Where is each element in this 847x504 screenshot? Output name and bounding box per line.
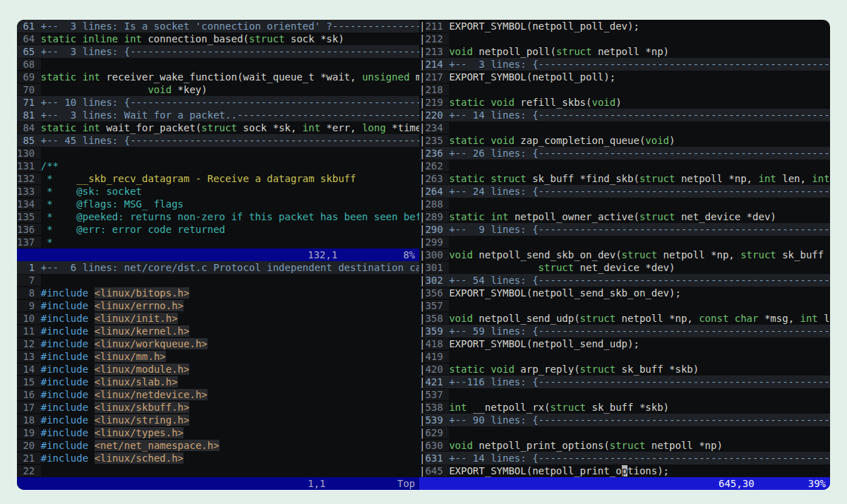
folded-code-line[interactable]: 1 +-- 6 lines: net/core/dst.c Protocol i… [17,261,419,274]
code-text: static void [449,135,515,146]
code-line[interactable]: 15 #include <linux/slab.h> [17,376,419,388]
code-line[interactable]: 132 * __skb_recv_datagram - Receive a da… [17,172,419,185]
folded-code-line[interactable]: |539 +-- 90 lines: {--------------------… [419,414,830,426]
editor-pane-netpoll[interactable]: |211 EXPORT_SYMBOL(netpoll_poll_dev);|21… [419,20,830,477]
code-line[interactable]: |301 struct net_device *dev) [419,261,830,274]
line-number: 213 [425,46,449,57]
code-line[interactable]: 10 #include <linux/init.h> [17,312,419,325]
line-number: 421 [425,376,449,388]
line-number: 19 [17,427,41,438]
statusline-datagram[interactable]: datagram.c 132,1 8% [17,248,419,261]
folded-code-line[interactable]: |214 +-- 3 lines: {---------------------… [419,58,830,71]
code-line[interactable]: |217 EXPORT_SYMBOL(netpoll_poll); [419,71,830,83]
vim-terminal: 61 +-- 3 lines: Is a socket 'connection … [17,20,830,490]
code-line[interactable]: 131 /** [17,160,419,172]
code-text: <linux/netdevice.h> [95,389,208,400]
code-line[interactable]: 19 #include <linux/types.h> [17,426,419,439]
code-line[interactable]: 136 * @err: error code returned [17,223,419,236]
line-number: 418 [425,338,449,349]
code-line[interactable]: |645 EXPORT_SYMBOL(netpoll_print_options… [419,464,830,477]
code-text: struct [580,313,616,324]
code-line[interactable]: |537 [419,388,830,401]
code-line[interactable]: |288 [419,198,830,210]
code-line[interactable]: 84 static int wait_for_packet(struct soc… [17,121,419,134]
folded-code-line[interactable]: |220 +-- 14 lines: {--------------------… [419,109,830,121]
code-line[interactable]: |212 [419,32,830,45]
code-line[interactable]: 8 #include <linux/bitops.h> [17,287,419,299]
folded-code-line[interactable]: 71 +-- 10 lines: {----------------------… [17,96,419,109]
code-text [88,452,94,464]
code-line[interactable]: |358 void netpoll_send_udp(struct netpol… [419,312,830,325]
folded-code-line[interactable]: |264 +-- 24 lines: {--------------------… [419,185,830,198]
folded-code-line[interactable]: |421 +--116 lines: {--------------------… [419,376,830,388]
code-line[interactable]: |218 [419,83,830,96]
folded-code-line[interactable]: 61 +-- 3 lines: Is a socket 'connection … [17,20,419,32]
code-line[interactable]: 133 * @sk: socket [17,185,419,198]
code-text [41,84,148,95]
code-text: #include [41,325,88,337]
editor-pane-datagram[interactable]: 61 +-- 3 lines: Is a socket 'connection … [17,20,419,248]
code-line[interactable]: 137 * [17,236,419,248]
folded-code-line[interactable]: |302 +-- 54 lines: {--------------------… [419,274,830,287]
code-line[interactable]: 16 #include <linux/netdevice.h> [17,388,419,401]
code-line[interactable]: 12 #include <linux/workqueue.h> [17,337,419,350]
line-number: 264 [425,186,449,197]
code-line[interactable]: 70 void *key) [17,83,419,96]
code-line[interactable]: 20 #include <net/net_namespace.h> [17,439,419,452]
code-line[interactable]: 7 [17,274,419,287]
code-line[interactable]: |299 [419,236,830,248]
code-text: static struct [449,173,527,184]
folded-code-line[interactable]: |359 +-- 59 lines: {--------------------… [419,325,830,337]
folded-code-line[interactable]: 85 +-- 45 lines: {----------------------… [17,134,419,147]
code-text: void [449,249,473,260]
code-text: zap_completion_queue( [515,135,645,146]
code-line[interactable]: |300 void netpoll_send_skb_on_dev(struct… [419,248,830,261]
code-line[interactable]: |235 static void zap_completion_queue(vo… [419,134,830,147]
code-line[interactable]: 135 * @peeked: returns non-zero if this … [17,210,419,223]
code-text [88,427,94,438]
code-line[interactable]: |357 [419,299,830,312]
line-number: 300 [425,249,449,260]
code-line[interactable]: |289 static int netpoll_owner_active(str… [419,210,830,223]
code-line[interactable]: |419 [419,350,830,363]
code-text: #include [41,452,88,464]
code-line[interactable]: |219 static void refill_skbs(void) [419,96,830,109]
code-line[interactable]: |213 void netpoll_poll(struct netpoll *n… [419,45,830,58]
code-line[interactable]: 21 #include <linux/sched.h> [17,452,419,464]
code-line[interactable]: 9 #include <linux/errno.h> [17,299,419,312]
folded-code-line[interactable]: 81 +-- 3 lines: Wait for a packet..-----… [17,109,419,121]
line-number: 134 [17,198,41,210]
statusline-dst[interactable]: dst.c 1,1 Top [17,477,419,490]
code-line[interactable]: 68 [17,58,419,71]
code-line[interactable]: |630 void netpoll_print_options(struct n… [419,439,830,452]
code-line[interactable]: 64 static inline int connection_based(st… [17,32,419,45]
code-line[interactable]: |263 static struct sk_buff *find_skb(str… [419,172,830,185]
code-line[interactable]: |356 EXPORT_SYMBOL(netpoll_send_skb_on_d… [419,287,830,299]
code-line[interactable]: 17 #include <linux/skbuff.h> [17,401,419,414]
line-number: 1 [17,262,41,273]
folded-code-line[interactable]: |290 +-- 9 lines: {---------------------… [419,223,830,236]
code-line[interactable]: |211 EXPORT_SYMBOL(netpoll_poll_dev); [419,20,830,32]
folded-code-line[interactable]: |631 +-- 14 lines: {--------------------… [419,452,830,464]
statusline-netpoll[interactable]: netpoll.c 645,30 39% [419,477,830,490]
code-line[interactable]: 13 #include <linux/mm.h> [17,350,419,363]
editor-pane-dst[interactable]: 1 +-- 6 lines: net/core/dst.c Protocol i… [17,261,419,477]
code-line[interactable]: |420 static void arp_reply(struct sk_buf… [419,363,830,376]
code-text: unsigned [362,71,409,83]
code-line[interactable]: 130 [17,147,419,160]
code-line[interactable]: |234 [419,121,830,134]
code-line[interactable]: 14 #include <linux/module.h> [17,363,419,376]
code-line[interactable]: 18 #include <linux/string.h> [17,414,419,426]
code-line[interactable]: |418 EXPORT_SYMBOL(netpoll_send_udp); [419,337,830,350]
code-line[interactable]: 69 static int receiver_wake_function(wai… [17,71,419,83]
code-text: static inline int [41,33,142,44]
code-line[interactable]: |538 int __netpoll_rx(struct sk_buff *sk… [419,401,830,414]
code-line[interactable]: 22 [17,464,419,477]
code-line[interactable]: |262 [419,160,830,172]
folded-code-line[interactable]: 65 +-- 3 lines: {-----------------------… [17,45,419,58]
code-line[interactable]: 134 * @flags: MSG_ flags [17,198,419,210]
folded-code-line[interactable]: |236 +-- 26 lines: {--------------------… [419,147,830,160]
code-line[interactable]: 11 #include <linux/kernel.h> [17,325,419,337]
code-line[interactable]: |629 [419,426,830,439]
code-text: mode, [409,71,419,83]
